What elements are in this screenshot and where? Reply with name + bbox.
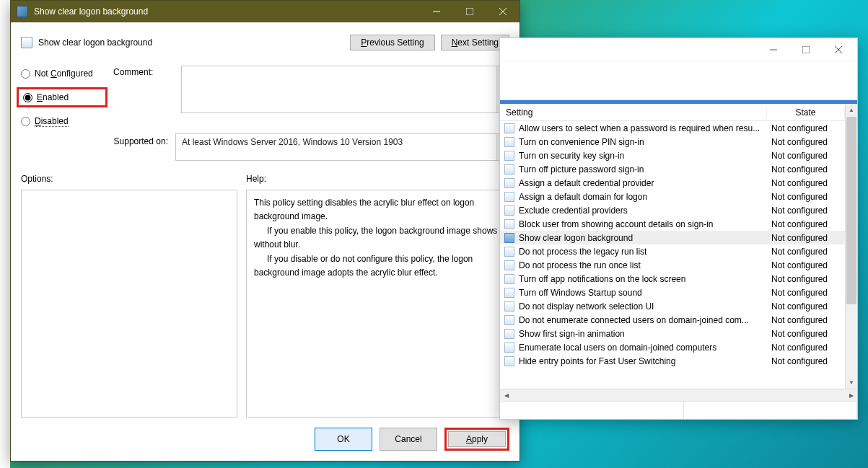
policy-row[interactable]: Block user from showing account details … — [500, 217, 845, 231]
policy-item-icon — [504, 123, 514, 133]
policy-item-state: Not configured — [767, 260, 845, 270]
policy-row[interactable]: Do not display network selection UINot c… — [500, 299, 845, 313]
policy-row[interactable]: Assign a default domain for logonNot con… — [500, 190, 845, 203]
policy-row[interactable]: Assign a default credential providerNot … — [500, 176, 845, 190]
close-button[interactable] — [822, 38, 854, 61]
policy-row[interactable]: Hide entry points for Fast User Switchin… — [500, 354, 845, 368]
policy-item-name: Do not process the legacy run list — [519, 247, 646, 257]
policy-item-name: Assign a default credential provider — [519, 178, 654, 188]
supported-label: Supported on: — [21, 133, 175, 161]
policy-list-window: Setting State Allow users to select when… — [499, 37, 858, 420]
policy-item-state: Not configured — [767, 233, 845, 243]
policy-item-state: Not configured — [767, 315, 845, 325]
policy-item-icon — [504, 137, 514, 147]
options-label: Options: — [21, 174, 237, 184]
policy-item-name: Block user from showing account details … — [519, 219, 713, 229]
policy-row[interactable]: Do not process the run once listNot conf… — [500, 258, 845, 272]
policy-item-name: Do not display network selection UI — [519, 301, 654, 312]
policy-heading: Show clear logon background — [38, 37, 152, 48]
policy-row[interactable]: Show first sign-in animationNot configur… — [500, 327, 845, 340]
supported-box: At least Windows Server 2016, Windows 10… — [175, 133, 509, 161]
radio-disabled[interactable]: Disabled — [21, 116, 108, 126]
policy-item-state: Not configured — [767, 356, 845, 366]
policy-row[interactable]: Do not enumerate connected users on doma… — [500, 313, 845, 327]
previous-setting-button[interactable]: Previous Setting — [350, 35, 434, 50]
dialog-titlebar[interactable]: Show clear logon background — [11, 1, 520, 22]
policy-item-name: Exclude credential providers — [519, 206, 628, 216]
policy-item-icon — [504, 206, 514, 216]
policy-item-name: Show clear logon background — [519, 233, 633, 243]
policy-row[interactable]: Do not process the legacy run listNot co… — [500, 244, 845, 258]
radio-enabled[interactable]: Enabled — [17, 87, 108, 107]
policy-item-icon — [504, 233, 514, 243]
policy-item-state: Not configured — [767, 123, 845, 133]
policy-row[interactable]: Allow users to select when a password is… — [500, 121, 845, 135]
policy-item-name: Turn off Windows Startup sound — [519, 288, 642, 298]
policy-item-state: Not configured — [767, 301, 845, 312]
policy-dialog: Show clear logon background Show clear l… — [10, 0, 520, 462]
policy-row[interactable]: Turn off Windows Startup soundNot config… — [500, 286, 845, 299]
radio-not-configured[interactable]: Not Configured — [21, 69, 108, 79]
policy-item-icon — [504, 301, 514, 312]
policy-icon — [17, 6, 28, 17]
cancel-button[interactable]: Cancel — [380, 428, 437, 451]
minimize-button[interactable] — [757, 38, 789, 61]
minimize-button[interactable] — [420, 1, 453, 22]
policy-item-icon — [504, 274, 514, 284]
policy-heading-icon — [21, 37, 32, 48]
list-header[interactable]: Setting State — [500, 104, 845, 121]
policy-item-name: Enumerate local users on domain-joined c… — [519, 343, 716, 353]
col-setting[interactable]: Setting — [500, 107, 767, 118]
policy-item-icon — [504, 247, 514, 257]
policy-item-state: Not configured — [767, 164, 845, 175]
policy-item-name: Do not process the run once list — [519, 260, 641, 270]
help-label: Help: — [246, 174, 509, 184]
policy-item-icon — [504, 288, 514, 298]
apply-button[interactable]: Apply — [448, 431, 506, 447]
policy-row[interactable]: Turn off app notifications on the lock s… — [500, 272, 845, 286]
policy-item-state: Not configured — [767, 137, 845, 147]
close-button[interactable] — [486, 1, 520, 22]
policy-item-name: Hide entry points for Fast User Switchin… — [519, 356, 675, 366]
policy-item-name: Turn off picture password sign-in — [519, 164, 644, 175]
policy-item-icon — [504, 329, 514, 339]
col-state[interactable]: State — [767, 107, 845, 118]
vertical-scrollbar[interactable]: ▲▼ — [845, 104, 857, 389]
horizontal-scrollbar[interactable]: ◀▶ — [500, 389, 857, 401]
gp-titlebar[interactable] — [500, 38, 857, 61]
policy-item-state: Not configured — [767, 288, 845, 298]
policy-item-state: Not configured — [767, 274, 845, 284]
policy-item-state: Not configured — [767, 343, 845, 353]
comment-label: Comment: — [113, 66, 181, 126]
policy-item-state: Not configured — [767, 192, 845, 202]
policy-item-icon — [504, 260, 514, 270]
comment-textarea[interactable]: ▲▼ — [181, 66, 509, 113]
ok-button[interactable]: OK — [315, 428, 372, 451]
policy-row[interactable]: Enumerate local users on domain-joined c… — [500, 340, 845, 354]
policy-item-icon — [504, 219, 514, 229]
policy-item-state: Not configured — [767, 247, 845, 257]
policy-item-state: Not configured — [767, 206, 845, 216]
policy-item-name: Show first sign-in animation — [519, 329, 625, 339]
policy-item-state: Not configured — [767, 178, 845, 188]
policy-item-state: Not configured — [767, 151, 845, 161]
policy-item-name: Do not enumerate connected users on doma… — [519, 315, 749, 325]
help-box: This policy setting disables the acrylic… — [246, 190, 509, 418]
policy-item-name: Allow users to select when a password is… — [519, 123, 760, 133]
policy-row[interactable]: Turn on security key sign-inNot configur… — [500, 149, 845, 162]
policy-item-icon — [504, 151, 514, 161]
policy-item-icon — [504, 164, 514, 175]
policy-item-name: Turn off app notifications on the lock s… — [519, 274, 685, 284]
policy-item-name: Turn on convenience PIN sign-in — [519, 137, 644, 147]
maximize-button[interactable] — [789, 38, 822, 61]
policy-row[interactable]: Exclude credential providersNot configur… — [500, 203, 845, 217]
policy-row[interactable]: Turn off picture password sign-inNot con… — [500, 162, 845, 176]
policy-row[interactable]: Show clear logon backgroundNot configure… — [500, 231, 845, 244]
policy-item-icon — [504, 356, 514, 366]
policy-item-icon — [504, 315, 514, 325]
dialog-title: Show clear logon background — [34, 6, 420, 17]
policy-row[interactable]: Turn on convenience PIN sign-inNot confi… — [500, 135, 845, 149]
policy-item-name: Turn on security key sign-in — [519, 151, 624, 161]
policy-item-state: Not configured — [767, 219, 845, 229]
maximize-button[interactable] — [453, 1, 486, 22]
